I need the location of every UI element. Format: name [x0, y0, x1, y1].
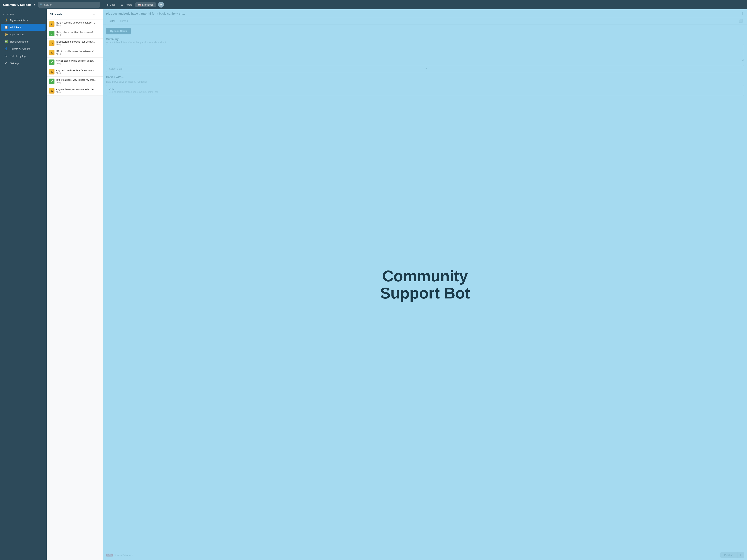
sidebar-item-settings[interactable]: ⚙ Settings [1, 60, 46, 67]
ticket-thumbnail: S [49, 21, 54, 27]
sidebar-item-resolved-tickets[interactable]: ✅ Resolved tickets [1, 38, 46, 45]
sidebar-label-tickets-by-agents: Tickets by Agents [10, 48, 30, 50]
storybook-icon: 📖 [138, 3, 141, 6]
tickets-icon: ☰ [121, 3, 123, 6]
tab-tickets-label: Tickets [124, 3, 132, 6]
ticket-list-menu-button[interactable]: ⋮ [96, 12, 100, 17]
sidebar-item-open-tickets[interactable]: 📂 Open tickets [1, 31, 46, 38]
tag-icon: 🏷 [4, 54, 8, 58]
ticket-info: Hello, where can i find the invoices? #h… [56, 31, 101, 36]
hourglass-icon: ⏳ [4, 18, 8, 22]
ticket-item[interactable]: S Hi, is it possible to export a dataset… [47, 20, 103, 29]
sidebar-item-tickets-by-tag[interactable]: 🏷 Tickets by tag [1, 53, 46, 59]
nav-tabs: ⊞ Desk ☰ Tickets 📖 Storybook [104, 2, 156, 7]
ticket-list-header: All tickets + ⋮ [47, 9, 103, 20]
ticket-thumbnail: ⚠ [49, 88, 54, 94]
search-bar: 🔍 [38, 2, 100, 7]
tab-storybook-label: Storybook [142, 3, 153, 6]
ticket-tag: #help [56, 34, 101, 36]
ticket-info: Hi, is it possible to export a dataset f… [56, 21, 101, 26]
ticket-item[interactable]: ⚠ Is it possible to do what `sanity star… [47, 38, 103, 48]
ticket-tag: #help [56, 81, 101, 84]
ticket-tag: #help [56, 91, 101, 93]
ticket-text: Hi, is it possible to export a dataset f… [56, 21, 101, 24]
sidebar-section-title: Content [0, 12, 47, 16]
ticket-info: Is there a better way to pass my proj...… [56, 79, 101, 84]
add-ticket-button[interactable]: + [92, 12, 96, 17]
ticket-info: Anyone developed an automated he... #hel… [56, 88, 101, 93]
sidebar-item-all-tickets[interactable]: 📋 All tickets [1, 24, 46, 31]
overlay-line1: Community [382, 267, 468, 285]
main-layout: Content ⏳ My open tickets 📋 All tickets … [0, 9, 747, 560]
ticket-tag: #help [56, 43, 101, 46]
ticket-thumbnail: ✓ [49, 31, 54, 36]
desk-icon: ⊞ [106, 3, 108, 6]
ticket-item[interactable]: ✓ Is there a better way to pass my proj.… [47, 77, 103, 86]
sidebar-label-all-tickets: All tickets [10, 26, 21, 29]
ticket-tag: #help [56, 72, 101, 74]
app-title: Community Support [3, 3, 31, 6]
ticket-list-column: All tickets + ⋮ S Hi, is it possible to … [47, 9, 103, 560]
ticket-info: hey all, total newb at this (not to nex.… [56, 59, 101, 64]
sidebar-label-settings: Settings [10, 62, 19, 65]
tab-desk[interactable]: ⊞ Desk [104, 2, 118, 7]
ticket-tag: #help [56, 62, 101, 64]
ticket-thumbnail: ⚠ [49, 69, 54, 75]
ticket-item[interactable]: ⚠ Any best practices for e2e tests on s.… [47, 67, 103, 77]
clipboard-icon: 📋 [4, 25, 8, 29]
tab-desk-label: Desk [110, 3, 115, 6]
ticket-items-list: S Hi, is it possible to export a dataset… [47, 20, 103, 560]
sidebar-label-open-tickets: Open tickets [10, 33, 24, 36]
sidebar-item-my-open-tickets[interactable]: ⏳ My open tickets [1, 17, 46, 24]
search-input[interactable] [44, 3, 98, 6]
sidebar-item-tickets-by-agents[interactable]: 👤 Tickets by Agents [1, 45, 46, 52]
ticket-text: hey all, total newb at this (not to nex.… [56, 59, 101, 62]
top-nav: Community Support + 🔍 ⊞ Desk ☰ Tickets 📖… [0, 0, 747, 9]
person-icon: 👤 [4, 47, 8, 51]
ticket-thumbnail: ✓ [49, 59, 54, 65]
ticket-info: Any best practices for e2e tests on s...… [56, 69, 101, 74]
avatar-initials: U [160, 3, 162, 6]
sidebar-label-resolved-tickets: Resolved tickets [10, 40, 29, 43]
community-support-bot-overlay: Community Support Bot [103, 9, 747, 560]
sidebar: Content ⏳ My open tickets 📋 All tickets … [0, 9, 47, 560]
ticket-text: Anyone developed an automated he... [56, 88, 101, 91]
check-square-icon: ✅ [4, 40, 8, 44]
ticket-info: Is it possible to do what `sanity start.… [56, 41, 101, 46]
sidebar-label-tickets-by-tag: Tickets by tag [10, 55, 26, 58]
ticket-thumbnail: ✓ [49, 79, 54, 84]
tab-storybook[interactable]: 📖 Storybook [135, 2, 156, 7]
settings-icon: ⚙ [4, 61, 8, 65]
ticket-text: Is there a better way to pass my proj... [56, 79, 101, 81]
overlay-line2: Support Bot [380, 285, 470, 302]
ticket-item[interactable]: ⚠ Anyone developed an automated he... #h… [47, 86, 103, 96]
ticket-text: Any best practices for e2e tests on s... [56, 69, 101, 72]
overlay-text: Community Support Bot [380, 268, 470, 302]
avatar[interactable]: U [158, 2, 164, 7]
main-content: Community Support Bot Hi, does anybody h… [103, 9, 747, 560]
ticket-thumbnail: ⚠ [49, 41, 54, 46]
ticket-tag: #help [56, 24, 101, 26]
ticket-text: Hello, where can i find the invoices? [56, 31, 101, 34]
search-icon: 🔍 [40, 3, 43, 6]
add-workspace-button[interactable]: + [33, 3, 35, 7]
ticket-text: Hi! I it possible to use the 'reference'… [56, 50, 101, 53]
ticket-item[interactable]: ✓ hey all, total newb at this (not to ne… [47, 58, 103, 67]
folder-icon: 📂 [4, 32, 8, 36]
ticket-list-title: All tickets [49, 13, 92, 16]
ticket-text: Is it possible to do what `sanity start.… [56, 41, 101, 43]
ticket-tag: #help [56, 53, 101, 55]
ticket-thumbnail: ⚠ [49, 50, 54, 55]
ticket-item[interactable]: ⚠ Hi! I it possible to use the 'referenc… [47, 48, 103, 58]
ticket-item[interactable]: ✓ Hello, where can i find the invoices? … [47, 29, 103, 38]
ticket-info: Hi! I it possible to use the 'reference'… [56, 50, 101, 55]
tab-tickets[interactable]: ☰ Tickets [119, 2, 135, 7]
sidebar-label-my-open-tickets: My open tickets [10, 19, 28, 22]
